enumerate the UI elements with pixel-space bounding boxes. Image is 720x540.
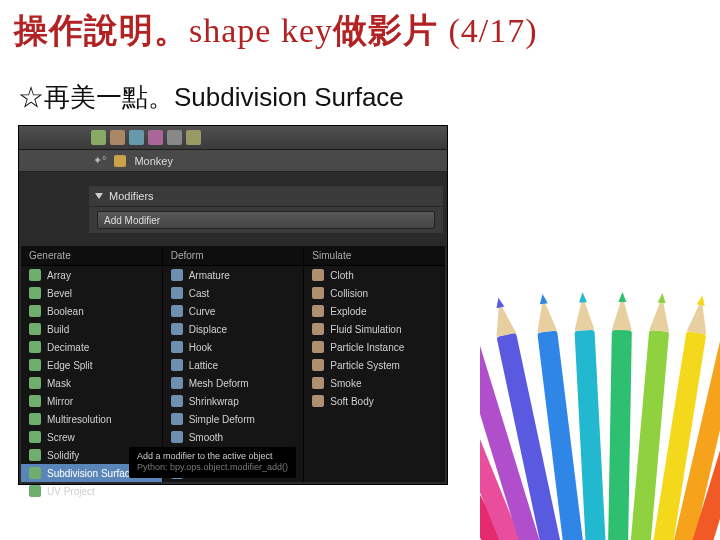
modifier-label: Decimate	[47, 342, 89, 353]
tooltip-line1: Add a modifier to the active object	[137, 451, 288, 463]
tab-icon[interactable]	[148, 130, 163, 145]
modifier-item[interactable]: Displace	[163, 320, 304, 338]
modifier-label: Array	[47, 270, 71, 281]
tooltip: Add a modifier to the active object Pyth…	[129, 447, 296, 478]
pencil-decoration	[480, 240, 720, 540]
modifier-icon	[312, 395, 324, 407]
modifier-item[interactable]: Hook	[163, 338, 304, 356]
modifier-icon	[171, 377, 183, 389]
tab-icon[interactable]	[129, 130, 144, 145]
modifier-icon	[171, 413, 183, 425]
column-header-deform: Deform	[163, 246, 304, 266]
modifier-icon	[171, 305, 183, 317]
modifier-item[interactable]: Bevel	[21, 284, 162, 302]
modifier-item[interactable]: Soft Body	[304, 392, 445, 410]
modifier-label: Bevel	[47, 288, 72, 299]
object-name: Monkey	[134, 155, 173, 167]
modifier-icon	[312, 269, 324, 281]
modifier-icon	[171, 395, 183, 407]
modifier-label: Smoke	[330, 378, 361, 389]
modifier-item[interactable]: Smoke	[304, 374, 445, 392]
column-header-simulate: Simulate	[304, 246, 445, 266]
modifier-label: Mask	[47, 378, 71, 389]
modifier-item[interactable]: Shrinkwrap	[163, 392, 304, 410]
modifier-icon	[312, 305, 324, 317]
modifier-icon	[29, 269, 41, 281]
modifier-item[interactable]: Curve	[163, 302, 304, 320]
slide-subtitle: ☆再美一點。Subdivision Surface	[0, 58, 720, 125]
modifier-item[interactable]: Particle System	[304, 356, 445, 374]
modifier-icon	[171, 359, 183, 371]
col-simulate-items: ClothCollisionExplodeFluid SimulationPar…	[304, 266, 445, 410]
modifier-item[interactable]: Cloth	[304, 266, 445, 284]
modifier-item[interactable]: Build	[21, 320, 162, 338]
modifier-label: Smooth	[189, 432, 223, 443]
modifier-item[interactable]: Cast	[163, 284, 304, 302]
modifier-item[interactable]: Smooth	[163, 428, 304, 446]
modifier-label: Collision	[330, 288, 368, 299]
modifier-label: Lattice	[189, 360, 218, 371]
modifier-label: Particle Instance	[330, 342, 404, 353]
modifier-item[interactable]: Boolean	[21, 302, 162, 320]
modifier-icon	[29, 431, 41, 443]
modifier-label: Particle System	[330, 360, 399, 371]
modifiers-panel: Modifiers Add Modifier	[89, 186, 443, 233]
modifier-item[interactable]: Explode	[304, 302, 445, 320]
object-icon	[114, 155, 126, 167]
modifier-icon	[312, 323, 324, 335]
disclosure-triangle-icon	[95, 193, 103, 199]
add-modifier-button[interactable]: Add Modifier	[97, 211, 435, 229]
modifier-label: Mirror	[47, 396, 73, 407]
modifier-icon	[312, 287, 324, 299]
modifier-item[interactable]: Screw	[21, 428, 162, 446]
modifier-icon	[171, 341, 183, 353]
modifier-label: Hook	[189, 342, 212, 353]
modifier-item[interactable]: Fluid Simulation	[304, 320, 445, 338]
modifier-icon	[171, 269, 183, 281]
modifier-item[interactable]: Armature	[163, 266, 304, 284]
modifier-label: Solidify	[47, 450, 79, 461]
panel-header[interactable]: Modifiers	[89, 186, 443, 207]
modifier-item[interactable]: Simple Deform	[163, 410, 304, 428]
modifier-icon	[312, 359, 324, 371]
modifier-label: Shrinkwrap	[189, 396, 239, 407]
modifier-icon	[29, 467, 41, 479]
modifier-item[interactable]: Mask	[21, 374, 162, 392]
modifier-item[interactable]: Mirror	[21, 392, 162, 410]
modifier-item[interactable]: Particle Instance	[304, 338, 445, 356]
modifier-item[interactable]: Decimate	[21, 338, 162, 356]
title-dot: 。	[154, 11, 189, 49]
breadcrumb-bar: ✦° Monkey	[19, 150, 447, 172]
modifier-item[interactable]: Collision	[304, 284, 445, 302]
modifier-icon	[29, 341, 41, 353]
modifier-label: Build	[47, 324, 69, 335]
tab-icon[interactable]	[91, 130, 106, 145]
modifier-label: Screw	[47, 432, 75, 443]
modifier-label: Displace	[189, 324, 227, 335]
properties-tab-bar	[19, 126, 447, 150]
modifier-item[interactable]: Array	[21, 266, 162, 284]
tab-icon[interactable]	[110, 130, 125, 145]
tab-icon[interactable]	[167, 130, 182, 145]
modifier-icon	[171, 323, 183, 335]
modifier-label: Subdivision Surface	[47, 468, 135, 479]
modifier-item[interactable]: Mesh Deform	[163, 374, 304, 392]
modifier-icon	[29, 449, 41, 461]
modifier-icon	[312, 377, 324, 389]
pencil	[608, 270, 633, 540]
tab-icon[interactable]	[186, 130, 201, 145]
pin-icon[interactable]: ✦°	[93, 154, 106, 167]
modifier-icon	[29, 395, 41, 407]
modifier-item[interactable]: Lattice	[163, 356, 304, 374]
modifier-icon	[29, 287, 41, 299]
modifier-item[interactable]: Multiresolution	[21, 410, 162, 428]
modifier-item[interactable]: UV Project	[21, 482, 162, 500]
blender-screenshot: ✦° Monkey Modifiers Add Modifier Generat…	[18, 125, 448, 485]
modifier-item[interactable]: Edge Split	[21, 356, 162, 374]
title-part-c: 做影片	[333, 11, 448, 49]
modifier-icon	[171, 431, 183, 443]
modifier-icon	[312, 341, 324, 353]
modifier-icon	[171, 287, 183, 299]
modifier-label: UV Project	[47, 486, 95, 497]
column-header-generate: Generate	[21, 246, 162, 266]
